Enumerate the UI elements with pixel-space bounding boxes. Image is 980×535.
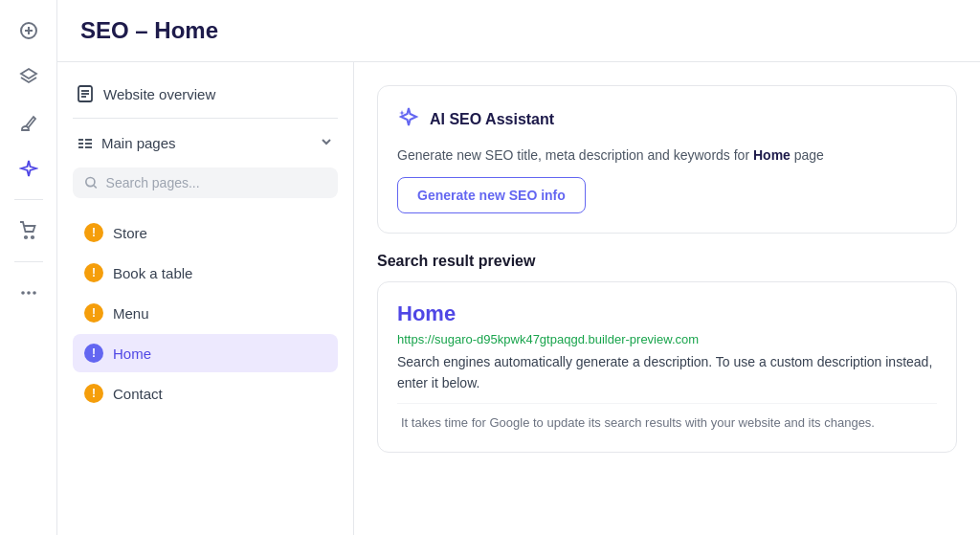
main-area: SEO – Home Website overview [57, 0, 980, 535]
layers-icon[interactable] [10, 57, 48, 96]
nav-item-contact[interactable]: ! Contact [73, 374, 338, 412]
svg-point-5 [31, 236, 33, 238]
preview-page-title: Home [397, 301, 937, 326]
content-row: Website overview Main pages [57, 62, 980, 535]
sidebar: Website overview Main pages [57, 62, 354, 535]
nav-items: ! Store ! Book a table ! Menu ! Home ! [73, 213, 338, 412]
warning-icon-store: ! [84, 223, 103, 242]
nav-item-book-a-table[interactable]: ! Book a table [73, 254, 338, 292]
ai-seo-card: AI SEO Assistant Generate new SEO title,… [377, 85, 957, 234]
left-toolbar [0, 0, 57, 535]
list-icon [77, 135, 94, 152]
nav-item-menu[interactable]: ! Menu [73, 294, 338, 332]
generate-seo-button[interactable]: Generate new SEO info [397, 177, 586, 213]
cart-icon[interactable] [10, 212, 48, 250]
toolbar-divider [14, 199, 43, 200]
svg-point-6 [21, 291, 25, 295]
nav-item-menu-label: Menu [113, 305, 149, 322]
preview-section-title: Search result preview [377, 253, 957, 270]
ai-card-header: AI SEO Assistant [397, 105, 937, 134]
more-icon[interactable] [10, 274, 48, 312]
preview-description: Search engines automatically generate a … [397, 352, 937, 393]
ai-sparkle-icon [397, 105, 420, 134]
right-panel: AI SEO Assistant Generate new SEO title,… [354, 62, 980, 535]
preview-card: Home https://sugaro-d95kpwk47gtpaqgd.bui… [377, 281, 957, 453]
svg-marker-3 [21, 69, 36, 78]
ai-card-title: AI SEO Assistant [430, 111, 554, 128]
page-title: SEO – Home [80, 17, 218, 44]
document-icon [77, 85, 94, 102]
website-overview-item[interactable]: Website overview [73, 78, 338, 119]
svg-point-19 [86, 178, 95, 187]
search-box[interactable] [73, 167, 338, 198]
main-pages-left: Main pages [77, 135, 176, 152]
nav-item-home-label: Home [113, 346, 151, 362]
search-icon [84, 175, 99, 190]
nav-item-home[interactable]: ! Home [73, 334, 338, 372]
main-pages-toggle[interactable]: Main pages [73, 130, 338, 156]
search-input[interactable] [106, 175, 326, 190]
nav-item-book-a-table-label: Book a table [113, 265, 192, 281]
nav-item-contact-label: Contact [113, 386, 163, 402]
warning-icon-contact: ! [84, 384, 103, 403]
svg-line-20 [94, 186, 97, 189]
toolbar-divider-2 [14, 261, 43, 262]
preview-section: Search result preview Home https://sugar… [377, 253, 957, 453]
ai-card-description: Generate new SEO title, meta description… [397, 145, 937, 166]
chevron-down-icon [319, 134, 334, 152]
page-header: SEO – Home [57, 0, 980, 62]
warning-icon-menu: ! [84, 303, 103, 323]
nav-item-store-label: Store [113, 225, 147, 241]
preview-url: https://sugaro-d95kpwk47gtpaqgd.builder-… [397, 332, 937, 346]
svg-point-7 [27, 291, 31, 295]
google-note: It takes time for Google to update its s… [397, 403, 937, 433]
main-pages-label: Main pages [101, 135, 176, 151]
svg-point-4 [24, 236, 26, 238]
nav-item-store[interactable]: ! Store [73, 213, 338, 252]
warning-icon-home: ! [84, 344, 103, 363]
svg-point-8 [33, 291, 36, 295]
brush-icon[interactable] [10, 103, 48, 142]
warning-icon-book-a-table: ! [84, 263, 103, 282]
add-icon[interactable] [10, 11, 48, 50]
sparkle-icon[interactable] [10, 149, 48, 188]
website-overview-label: Website overview [103, 86, 215, 102]
